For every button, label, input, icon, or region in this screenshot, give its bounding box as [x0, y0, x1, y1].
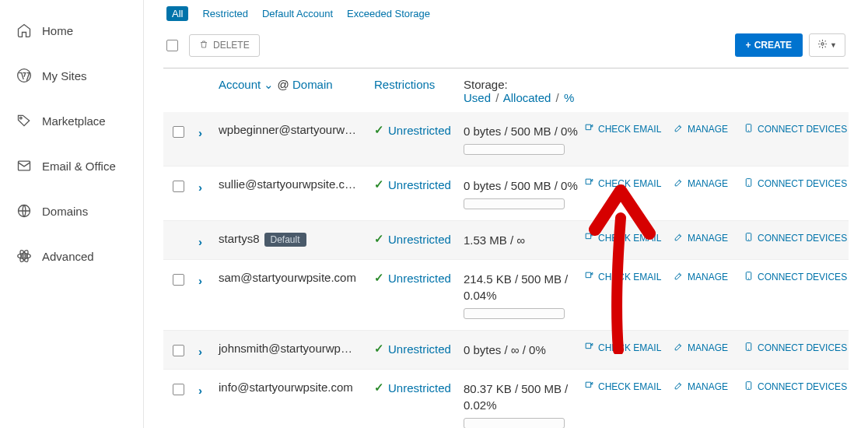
connect-devices-button-label: CONNECT DEVICES: [758, 381, 847, 392]
expand-row-icon[interactable]: ›: [198, 181, 202, 194]
row-checkbox[interactable]: [173, 384, 184, 395]
svg-point-8: [821, 43, 824, 45]
expand-row-icon[interactable]: ›: [198, 126, 202, 139]
svg-point-1: [20, 117, 23, 119]
globe-icon: [16, 202, 33, 219]
manage-button-label: MANAGE: [688, 178, 728, 189]
check-email-button[interactable]: CHECK EMAIL: [584, 177, 674, 190]
atom-icon: [16, 247, 33, 265]
sidebar-item-home[interactable]: Home: [0, 8, 143, 53]
filter-tab-default[interactable]: Default Account: [262, 8, 333, 19]
check-icon: ✓: [374, 123, 384, 137]
check-email-button-icon: [584, 342, 594, 354]
connect-devices-button[interactable]: CONNECT DEVICES: [744, 381, 849, 393]
manage-button[interactable]: MANAGE: [674, 177, 744, 190]
sidebar-item-label: My Sites: [42, 69, 87, 82]
account-email: wpbeginner@startyourw…: [219, 123, 356, 136]
filter-tab-exceeded[interactable]: Exceeded Storage: [347, 8, 430, 19]
check-email-button[interactable]: CHECK EMAIL: [584, 232, 674, 244]
manage-button-icon: [674, 232, 684, 244]
connect-devices-button[interactable]: CONNECT DEVICES: [744, 123, 849, 135]
restriction-link[interactable]: Unrestricted: [388, 178, 451, 191]
sidebar-item-label: Domains: [42, 205, 88, 218]
manage-button[interactable]: MANAGE: [674, 342, 744, 354]
storage-bar: [464, 144, 565, 155]
manage-button-icon: [674, 381, 684, 393]
check-icon: ✓: [374, 232, 384, 246]
account-email: sullie@startyourwpsite.c…: [219, 177, 356, 191]
expand-row-icon[interactable]: ›: [198, 235, 202, 248]
manage-button[interactable]: MANAGE: [674, 232, 744, 244]
filter-tab-restricted[interactable]: Restricted: [202, 8, 248, 19]
manage-button-label: MANAGE: [688, 124, 728, 135]
restriction-link[interactable]: Unrestricted: [388, 272, 451, 285]
manage-button-label: MANAGE: [688, 272, 728, 282]
check-email-button-icon: [584, 271, 594, 283]
header-restrictions[interactable]: Restrictions: [374, 78, 435, 91]
restriction-link[interactable]: Unrestricted: [388, 124, 451, 137]
manage-button[interactable]: MANAGE: [674, 381, 744, 393]
connect-devices-button[interactable]: CONNECT DEVICES: [744, 342, 849, 354]
check-email-button-label: CHECK EMAIL: [598, 342, 661, 353]
at-symbol: @: [278, 78, 289, 91]
connect-devices-button-label: CONNECT DEVICES: [758, 178, 847, 189]
check-email-button[interactable]: CHECK EMAIL: [584, 381, 674, 393]
sort-allocated[interactable]: Allocated: [503, 91, 551, 104]
connect-devices-button[interactable]: CONNECT DEVICES: [744, 177, 849, 190]
storage-text: 0 bytes / 500 MB / 0%: [464, 177, 584, 194]
sidebar-item-marketplace[interactable]: Marketplace: [0, 98, 143, 143]
default-badge: Default: [264, 233, 306, 247]
manage-button-icon: [674, 271, 684, 283]
expand-row-icon[interactable]: ›: [198, 345, 202, 358]
filter-tab-all[interactable]: All: [166, 6, 188, 21]
check-email-button-icon: [584, 381, 594, 393]
sidebar-item-mysites[interactable]: My Sites: [0, 53, 143, 98]
table-body: ›wpbeginner@startyourw…✓Unrestricted0 by…: [163, 112, 849, 428]
restriction-link[interactable]: Unrestricted: [388, 381, 451, 395]
restriction-link[interactable]: Unrestricted: [388, 233, 451, 246]
plus-icon: +: [746, 40, 751, 51]
sort-pct[interactable]: %: [564, 91, 574, 104]
row-checkbox[interactable]: [173, 181, 184, 192]
restriction-link[interactable]: Unrestricted: [388, 342, 451, 356]
filter-tabs: All Restricted Default Account Exceeded …: [163, 0, 849, 27]
connect-devices-button-icon: [744, 123, 754, 135]
expand-row-icon[interactable]: ›: [198, 274, 202, 287]
check-email-button[interactable]: CHECK EMAIL: [584, 271, 674, 283]
check-icon: ✓: [374, 342, 384, 356]
row-checkbox[interactable]: [173, 274, 184, 286]
settings-button[interactable]: ▼: [809, 33, 845, 57]
check-icon: ✓: [374, 271, 384, 285]
tag-icon: [16, 112, 33, 129]
connect-devices-button-icon: [744, 381, 754, 393]
row-checkbox[interactable]: [173, 345, 184, 356]
sort-account[interactable]: Account: [219, 78, 261, 91]
manage-button-icon: [674, 123, 684, 135]
manage-button-label: MANAGE: [688, 233, 728, 244]
check-email-button-icon: [584, 177, 594, 190]
sidebar-item-domains[interactable]: Domains: [0, 188, 143, 233]
create-label: CREATE: [754, 40, 792, 51]
sort-used[interactable]: Used: [464, 91, 491, 104]
delete-button[interactable]: DELETE: [189, 34, 260, 57]
table-row: ›sullie@startyourwpsite.c…✓Unrestricted0…: [163, 167, 849, 221]
storage-bar: [464, 308, 565, 319]
account-email: info@startyourwpsite.com: [219, 381, 353, 394]
select-all-checkbox[interactable]: [166, 40, 178, 51]
expand-row-icon[interactable]: ›: [198, 384, 202, 397]
check-email-button[interactable]: CHECK EMAIL: [584, 123, 674, 135]
connect-devices-button[interactable]: CONNECT DEVICES: [744, 232, 849, 244]
sidebar-item-email[interactable]: Email & Office: [0, 143, 143, 188]
check-email-button-label: CHECK EMAIL: [598, 124, 661, 135]
create-button[interactable]: + CREATE: [735, 33, 803, 57]
row-checkbox[interactable]: [173, 126, 184, 138]
table-row: ›wpbeginner@startyourw…✓Unrestricted0 by…: [163, 112, 849, 167]
sort-domain[interactable]: Domain: [292, 78, 333, 91]
storage-text: 0 bytes / 500 MB / 0%: [464, 123, 584, 139]
manage-button[interactable]: MANAGE: [674, 271, 744, 283]
main-content: All Restricted Default Account Exceeded …: [144, 0, 868, 428]
connect-devices-button[interactable]: CONNECT DEVICES: [744, 271, 849, 283]
check-email-button[interactable]: CHECK EMAIL: [584, 342, 674, 354]
sidebar-item-advanced[interactable]: Advanced: [0, 233, 143, 279]
manage-button[interactable]: MANAGE: [674, 123, 744, 135]
